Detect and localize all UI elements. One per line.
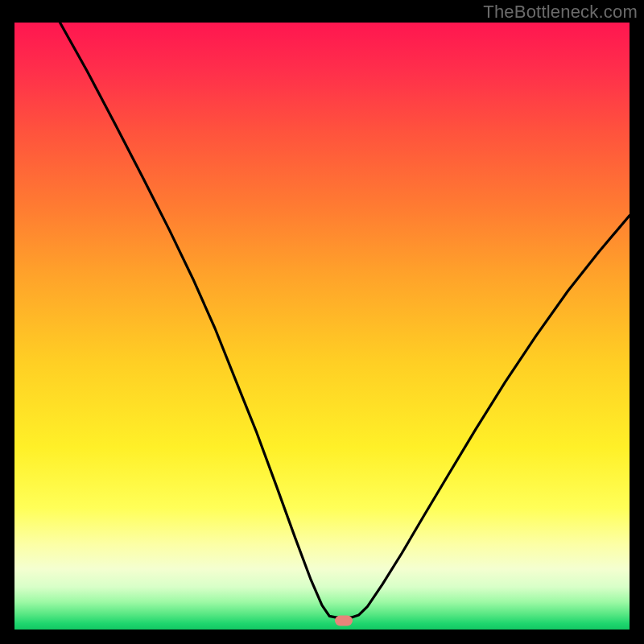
watermark-text: TheBottleneck.com xyxy=(483,2,638,23)
chart-frame: TheBottleneck.com xyxy=(0,0,644,644)
plot-area xyxy=(14,23,630,630)
min-marker xyxy=(335,615,353,625)
chart-curve xyxy=(14,23,630,630)
